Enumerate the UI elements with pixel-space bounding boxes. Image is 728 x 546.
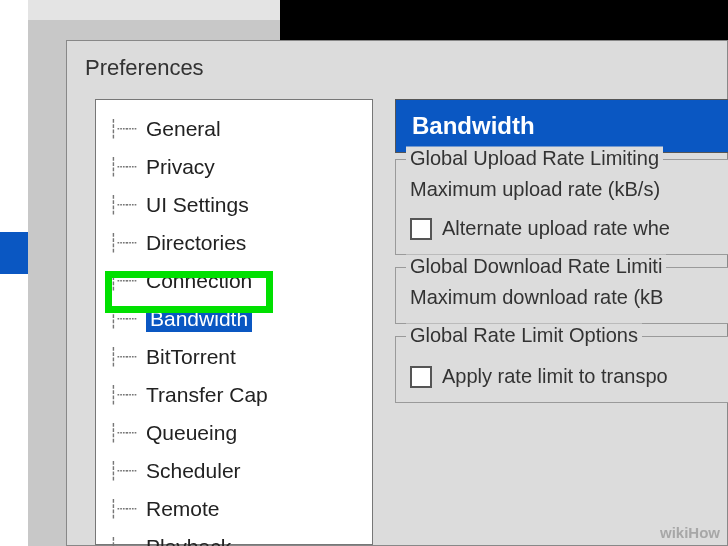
- tree-item-directories[interactable]: ┊┈┈Directories: [96, 224, 372, 262]
- tree-dots-icon: ┊┈┈: [108, 460, 146, 482]
- apply-rate-limit-checkbox[interactable]: [410, 366, 432, 388]
- tree-item-label: Connection: [146, 269, 252, 293]
- tree-dots-icon: ┊┈┈: [108, 118, 146, 140]
- tree-item-connection[interactable]: ┊┈┈Connection: [96, 262, 372, 300]
- alternate-upload-row[interactable]: Alternate upload rate whe: [410, 217, 715, 240]
- parent-window-selected-tab[interactable]: [0, 232, 28, 274]
- tree-item-ui-settings[interactable]: ┊┈┈UI Settings: [96, 186, 372, 224]
- tree-item-label: Bandwidth: [146, 306, 252, 332]
- tree-item-label: Playback: [146, 535, 231, 546]
- tree-item-playback[interactable]: ┊┈┈Playback: [96, 528, 372, 546]
- tree-dots-icon: ┊┈┈: [108, 498, 146, 520]
- alternate-upload-label: Alternate upload rate whe: [442, 217, 670, 240]
- tree-item-label: Transfer Cap: [146, 383, 268, 407]
- tree-item-transfer-cap[interactable]: ┊┈┈Transfer Cap: [96, 376, 372, 414]
- group-legend: Global Download Rate Limiti: [406, 255, 666, 278]
- group-legend: Global Upload Rate Limiting: [406, 147, 663, 170]
- tree-item-scheduler[interactable]: ┊┈┈Scheduler: [96, 452, 372, 490]
- section-header: Bandwidth: [395, 99, 728, 153]
- dialog-title: Preferences: [85, 55, 204, 81]
- tree-dots-icon: ┊┈┈: [108, 422, 146, 444]
- settings-pane: Bandwidth Global Upload Rate Limiting Ma…: [395, 99, 728, 545]
- tree-item-bittorrent[interactable]: ┊┈┈BitTorrent: [96, 338, 372, 376]
- tree-dots-icon: ┊┈┈: [108, 156, 146, 178]
- max-download-label: Maximum download rate (kB: [410, 286, 715, 309]
- tree-dots-icon: ┊┈┈: [108, 384, 146, 406]
- tree-item-label: Directories: [146, 231, 246, 255]
- watermark-text: wikiHow: [660, 524, 720, 541]
- parent-window-black-bar: [280, 0, 728, 40]
- preferences-dialog: Preferences ┊┈┈General ┊┈┈Privacy ┊┈┈UI …: [66, 40, 728, 546]
- tree-item-label: Queueing: [146, 421, 237, 445]
- tree-item-queueing[interactable]: ┊┈┈Queueing: [96, 414, 372, 452]
- max-upload-label: Maximum upload rate (kB/s): [410, 178, 715, 201]
- tree-dots-icon: ┊┈┈: [108, 346, 146, 368]
- group-legend: Global Rate Limit Options: [406, 324, 642, 347]
- group-download-rate: Global Download Rate Limiti Maximum down…: [395, 267, 728, 324]
- tree-item-label: Scheduler: [146, 459, 241, 483]
- tree-dots-icon: ┊┈┈: [108, 270, 146, 292]
- watermark: wikiHow: [660, 525, 720, 540]
- tree-item-general[interactable]: ┊┈┈General: [96, 110, 372, 148]
- alternate-upload-checkbox[interactable]: [410, 218, 432, 240]
- group-upload-rate: Global Upload Rate Limiting Maximum uplo…: [395, 159, 728, 255]
- tree-item-privacy[interactable]: ┊┈┈Privacy: [96, 148, 372, 186]
- tree-item-label: Privacy: [146, 155, 215, 179]
- tree-item-label: UI Settings: [146, 193, 249, 217]
- tree-dots-icon: ┊┈┈: [108, 194, 146, 216]
- preferences-category-tree[interactable]: ┊┈┈General ┊┈┈Privacy ┊┈┈UI Settings ┊┈┈…: [95, 99, 373, 545]
- tree-item-remote[interactable]: ┊┈┈Remote: [96, 490, 372, 528]
- tree-dots-icon: ┊┈┈: [108, 308, 146, 330]
- tree-dots-icon: ┊┈┈: [108, 536, 146, 546]
- apply-rate-limit-row[interactable]: Apply rate limit to transpo: [410, 365, 715, 388]
- group-rate-limit-options: Global Rate Limit Options Apply rate lim…: [395, 336, 728, 403]
- tree-item-label: General: [146, 117, 221, 141]
- tree-item-bandwidth[interactable]: ┊┈┈Bandwidth: [96, 300, 372, 338]
- tree-item-label: Remote: [146, 497, 220, 521]
- apply-rate-limit-label: Apply rate limit to transpo: [442, 365, 668, 388]
- tree-item-label: BitTorrent: [146, 345, 236, 369]
- tree-dots-icon: ┊┈┈: [108, 232, 146, 254]
